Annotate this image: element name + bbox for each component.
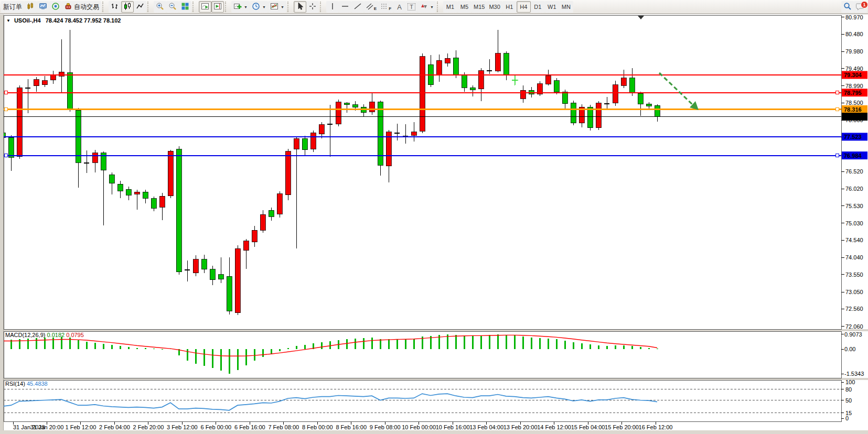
toolbar-grip (147, 2, 152, 12)
svg-text:9 Feb 08:00: 9 Feb 08:00 (370, 424, 401, 430)
market-watch-button[interactable] (49, 1, 62, 13)
timeframe-m15-button[interactable]: M15 (471, 1, 487, 13)
svg-text:80.480: 80.480 (845, 31, 863, 37)
new-order-button[interactable]: 新订单 (1, 1, 24, 13)
timeframe-m30-button[interactable]: M30 (487, 1, 502, 13)
zoom-out-button[interactable] (166, 1, 179, 13)
new-chart-icon (26, 2, 35, 12)
tile-windows-icon (181, 2, 189, 12)
arrows-dropdown-caret[interactable]: ▼ (430, 5, 434, 9)
svg-text:6 Feb 16:00: 6 Feb 16:00 (234, 424, 265, 430)
svg-text:78.795: 78.795 (844, 90, 862, 96)
text-tool-button[interactable]: A (393, 1, 405, 13)
line-chart-button[interactable] (134, 1, 146, 13)
bar-chart-button[interactable] (109, 1, 121, 13)
svg-text:8 Feb 16:00: 8 Feb 16:00 (336, 424, 367, 430)
window-bottom-edge (0, 430, 868, 434)
notifications-button[interactable]: 1 (854, 1, 867, 13)
periods-clock-icon (252, 2, 260, 12)
vertical-line-tool-button[interactable] (326, 1, 339, 13)
templates-icon (270, 2, 278, 12)
search-button[interactable] (841, 1, 854, 13)
candlestick-chart-icon (123, 2, 132, 12)
toolbar-grip (437, 2, 441, 12)
chart-shift-button[interactable] (211, 1, 224, 13)
rsi-value: 45.4838 (27, 381, 48, 387)
line-chart-icon (136, 2, 144, 12)
timeframe-h4-button[interactable]: H4 (517, 1, 531, 13)
horizontal-line-tool-button[interactable] (339, 1, 351, 13)
zoom-in-button[interactable] (154, 1, 166, 13)
timeframe-h1-button[interactable]: H1 (502, 1, 517, 13)
chart-title-row: ▼ USOil-,H4 78.424 78.452 77.952 78.102 (6, 17, 121, 24)
main-toolbar: 新订单 自动交易 ▼ ▼ (0, 0, 868, 14)
horizontal-line-icon (341, 2, 349, 12)
trendline-icon (353, 2, 362, 12)
macd-main-value: 0.0182 (47, 332, 65, 338)
svg-text:75.030: 75.030 (845, 220, 863, 226)
arrows-icon (420, 2, 428, 12)
timeframe-d1-button[interactable]: D1 (531, 1, 545, 13)
channel-letter: E (374, 6, 377, 11)
timeframe-mn-button[interactable]: MN (559, 1, 573, 13)
text-label-icon: T (408, 3, 415, 10)
indicators-button[interactable]: ▼ (231, 1, 250, 13)
svg-text:0.9073: 0.9073 (844, 331, 862, 338)
profiles-icon (39, 2, 47, 12)
macd-signal-value: 0.0795 (66, 332, 84, 338)
periods-button[interactable]: ▼ (250, 1, 268, 13)
chart-plot[interactable]: 80.97080.48079.98079.49078.99078.50078.0… (0, 0, 868, 434)
toolbar-grip (287, 2, 292, 12)
svg-text:74.540: 74.540 (845, 237, 863, 243)
svg-text:2 Feb 20:00: 2 Feb 20:00 (133, 424, 164, 430)
profiles-button[interactable] (37, 1, 49, 13)
svg-text:8 Feb 00:00: 8 Feb 00:00 (302, 424, 333, 430)
svg-text:78.990: 78.990 (845, 83, 863, 89)
timeframe-m1-button[interactable]: M1 (443, 1, 457, 13)
chart-menu-arrow-icon[interactable]: ▼ (6, 18, 10, 23)
periods-dropdown-caret[interactable]: ▼ (262, 5, 266, 9)
svg-text:79.304: 79.304 (844, 72, 862, 78)
toolbar-grip (102, 2, 106, 12)
timeframe-w1-button[interactable]: W1 (545, 1, 559, 13)
chart-shift-icon (213, 2, 222, 12)
svg-text:14 Feb 12:00: 14 Feb 12:00 (537, 424, 571, 430)
svg-text:15 Feb 20:00: 15 Feb 20:00 (605, 424, 639, 430)
svg-text:7 Feb 08:00: 7 Feb 08:00 (268, 424, 299, 430)
market-watch-icon (51, 2, 60, 12)
timeframe-m5-button[interactable]: M5 (457, 1, 471, 13)
trendline-tool-button[interactable] (351, 1, 364, 13)
candlestick-chart-button[interactable] (121, 1, 134, 13)
indicators-dropdown-caret[interactable]: ▼ (244, 5, 248, 9)
svg-text:13 Feb 04:00: 13 Feb 04:00 (469, 424, 503, 430)
templates-button[interactable]: ▼ (268, 1, 286, 13)
crosshair-tool-button[interactable] (306, 1, 319, 13)
svg-text:15 Feb 04:00: 15 Feb 04:00 (571, 424, 605, 430)
equidistant-channel-tool-button[interactable]: E (364, 1, 379, 13)
toolbar-grip (192, 2, 197, 12)
crosshair-icon (308, 2, 317, 12)
svg-text:50: 50 (845, 397, 852, 404)
cursor-tool-button[interactable] (294, 1, 306, 13)
macd-name: MACD(12,26,9) (5, 332, 45, 338)
svg-text:80.970: 80.970 (845, 14, 863, 20)
auto-trading-icon (64, 2, 72, 12)
tile-windows-button[interactable] (179, 1, 191, 13)
svg-text:0.00: 0.00 (844, 346, 855, 352)
arrows-tool-button[interactable]: ▼ (417, 1, 436, 13)
templates-dropdown-caret[interactable]: ▼ (281, 5, 284, 9)
indicators-icon (233, 2, 242, 12)
channel-icon (366, 2, 373, 12)
svg-text:31 Jan 20:00: 31 Jan 20:00 (30, 424, 64, 430)
svg-text:100: 100 (845, 379, 855, 385)
svg-text:-1.5343: -1.5343 (844, 371, 864, 377)
auto-scroll-button[interactable] (199, 1, 211, 13)
svg-text:76.020: 76.020 (845, 186, 863, 192)
zoom-in-icon (156, 2, 164, 12)
fibonacci-tool-button[interactable]: F (379, 1, 393, 13)
svg-text:73.550: 73.550 (845, 272, 863, 278)
text-label-tool-button[interactable]: T (405, 1, 417, 13)
svg-text:10 Feb 16:00: 10 Feb 16:00 (436, 424, 470, 430)
new-chart-button[interactable] (24, 1, 37, 13)
auto-trading-button[interactable]: 自动交易 (62, 1, 101, 13)
